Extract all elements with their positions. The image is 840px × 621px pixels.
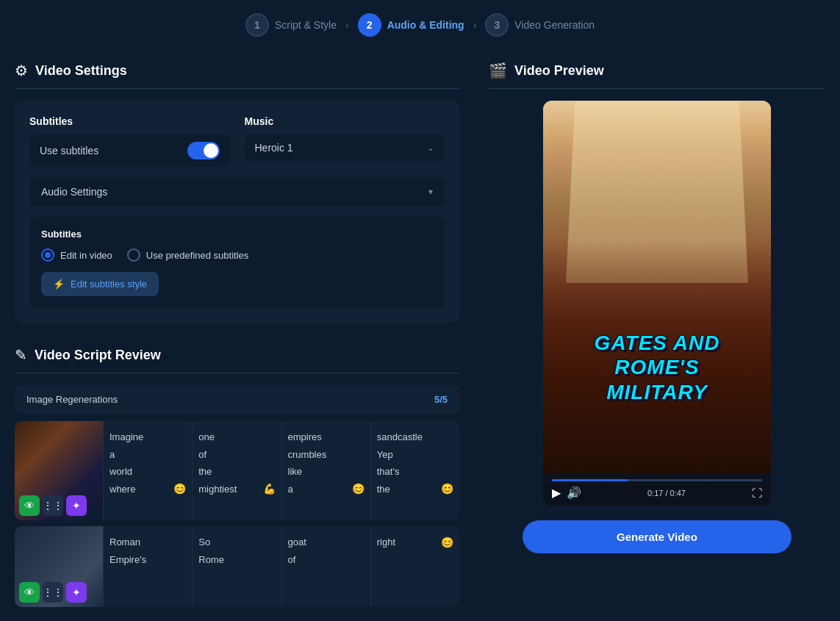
video-container: GATES AND ROME'S MILITARY ▶ 🔊 0:17 / 0:4… — [543, 101, 771, 506]
use-subtitles-toggle-row[interactable]: Use subtitles — [29, 134, 230, 167]
video-title-overlay: GATES AND ROME'S MILITARY — [543, 331, 771, 405]
thumb-icon-grid-2[interactable]: ⋮⋮ — [43, 582, 63, 603]
thumb-icon-magic-2[interactable]: ✦ — [66, 582, 87, 603]
emoji-1-1[interactable]: 😊 — [173, 483, 186, 495]
script-review-header: ✎ Video Script Review — [15, 334, 459, 373]
emoji-1-2[interactable]: 💪 — [263, 483, 276, 495]
video-preview-title: Video Preview — [514, 63, 604, 79]
progress-bar[interactable] — [552, 479, 762, 481]
accordion-chevron-icon: ▾ — [428, 187, 433, 197]
main-layout: ⚙ Video Settings Subtitles Use subtitles — [0, 50, 840, 613]
music-label: Music — [245, 115, 445, 127]
edit-subtitles-icon: ⚡ — [53, 279, 65, 290]
radio-edit-circle — [41, 248, 54, 262]
edit-subtitles-btn-label: Edit subtitles style — [71, 279, 147, 290]
radio-edit-label: Edit in video — [60, 250, 112, 261]
word-mightiest-row: mightiest 💪 — [198, 482, 275, 497]
thumb-icons-2: 👁 ⋮⋮ ✦ — [19, 582, 87, 603]
volume-button[interactable]: 🔊 — [567, 486, 581, 500]
video-settings-header: ⚙ Video Settings — [15, 50, 459, 89]
script-thumb-1: 👁 ⋮⋮ ✦ — [15, 421, 103, 520]
script-review-title: Video Script Review — [35, 348, 161, 363]
word-goat: goat — [288, 535, 365, 550]
music-col: Music Heroic 1 ⌄ — [245, 115, 445, 167]
thumb-icon-eye-2[interactable]: 👁 — [19, 582, 40, 603]
step-3-circle: 3 — [485, 13, 509, 37]
progress-fill — [552, 479, 628, 481]
script-word-col-2-4: right 😊 — [370, 526, 459, 607]
word-sandcastle: sandcastle — [377, 430, 453, 445]
play-button[interactable]: ▶ — [552, 486, 561, 500]
subtitle-radio-row: Edit in video Use predefined subtitles — [41, 248, 433, 262]
subtitles-sub-label: Subtitles — [41, 229, 433, 240]
music-select-value: Heroic 1 — [255, 142, 293, 154]
controls-row: ▶ 🔊 0:17 / 0:47 ⛶ — [552, 486, 762, 500]
thumb-icons-1: 👁 ⋮⋮ ✦ — [19, 495, 87, 516]
music-select[interactable]: Heroic 1 ⌄ — [245, 134, 445, 161]
script-word-col-2-3: goat of — [281, 526, 370, 607]
radio-predefined[interactable]: Use predefined subtitles — [127, 248, 248, 262]
word-like: like — [288, 464, 365, 479]
word-where: where — [110, 482, 135, 497]
use-subtitles-label: Use subtitles — [40, 145, 98, 157]
subtitles-col: Subtitles Use subtitles — [29, 115, 230, 167]
time-display: 0:17 / 0:47 — [587, 489, 746, 498]
word-yep: Yep — [377, 448, 453, 462]
word-rome: Rome — [198, 553, 275, 567]
video-preview-icon: 🎬 — [489, 62, 507, 79]
thumb-icon-grid[interactable]: ⋮⋮ — [43, 495, 63, 516]
left-panel: ⚙ Video Settings Subtitles Use subtitles — [15, 50, 474, 613]
word-right: right — [377, 535, 395, 550]
radio-predefined-label: Use predefined subtitles — [146, 250, 248, 261]
word-of1: of — [198, 448, 275, 462]
step-3[interactable]: 3 Video Generation — [485, 13, 595, 37]
word-empires: empires — [288, 430, 365, 445]
word-crumbles: crumbles — [288, 448, 365, 462]
step-2-circle: 2 — [358, 13, 381, 37]
script-row-2: 👁 ⋮⋮ ✦ Roman Empire's So Rome goat of — [15, 526, 459, 607]
word-a-row: a 😊 — [288, 482, 365, 497]
script-row-1: 👁 ⋮⋮ ✦ Imagine a world where 😊 — [15, 421, 459, 520]
generate-video-button[interactable]: Generate Video — [523, 520, 791, 553]
word-the1: the — [198, 464, 275, 479]
audio-settings-accordion[interactable]: Audio Settings ▾ — [29, 177, 445, 207]
edit-subtitles-button[interactable]: ⚡ Edit subtitles style — [41, 272, 159, 296]
subtitles-music-card: Subtitles Use subtitles Music Heroic 1 ⌄ — [15, 101, 459, 323]
step-2[interactable]: 2 Audio & Editing — [358, 13, 464, 37]
script-word-col-2-2: So Rome — [192, 526, 281, 607]
word-a2: a — [288, 482, 293, 497]
step-2-label: Audio & Editing — [387, 19, 464, 31]
thumb-icon-magic[interactable]: ✦ — [66, 495, 87, 516]
video-controls: ▶ 🔊 0:17 / 0:47 ⛶ — [543, 473, 771, 506]
subtitles-toggle[interactable] — [187, 142, 220, 159]
emoji-1-4[interactable]: 😊 — [441, 483, 453, 495]
image-regen-label: Image Regenerations — [26, 394, 118, 405]
toggle-thumb — [204, 143, 218, 158]
step-arrow-1: › — [345, 19, 349, 31]
script-thumb-2: 👁 ⋮⋮ ✦ — [15, 526, 103, 607]
thumb-icon-eye[interactable]: 👁 — [19, 495, 40, 516]
script-word-col-1-3: empires crumbles like a 😊 — [281, 421, 370, 520]
emoji-2-4[interactable]: 😊 — [441, 536, 453, 548]
word-world: world — [110, 464, 186, 479]
image-regen-count: 5/5 — [434, 394, 448, 405]
video-preview-header: 🎬 Video Preview — [489, 50, 825, 89]
script-word-col-1-4: sandcastle Yep that's the 😊 — [370, 421, 459, 520]
step-3-label: Video Generation — [514, 19, 595, 31]
script-review-icon: ✎ — [15, 346, 27, 364]
step-1-label: Script & Style — [275, 19, 337, 31]
word-of2: of — [288, 553, 365, 567]
emoji-1-3[interactable]: 😊 — [352, 483, 365, 495]
step-1[interactable]: 1 Script & Style — [245, 13, 337, 37]
word-so: So — [198, 535, 275, 550]
word-right-row: right 😊 — [377, 535, 453, 550]
word-where-row: where 😊 — [110, 482, 186, 497]
radio-edit-in-video[interactable]: Edit in video — [41, 248, 112, 262]
word-mightiest: mightiest — [198, 482, 237, 497]
fullscreen-button[interactable]: ⛶ — [752, 487, 762, 499]
word-a1: a — [110, 448, 186, 462]
script-words-1: Imagine a world where 😊 one of the might… — [103, 421, 459, 520]
video-title-line1: GATES AND ROME'S — [550, 331, 764, 380]
step-arrow-2: › — [473, 19, 477, 31]
card-columns: Subtitles Use subtitles Music Heroic 1 ⌄ — [29, 115, 445, 167]
